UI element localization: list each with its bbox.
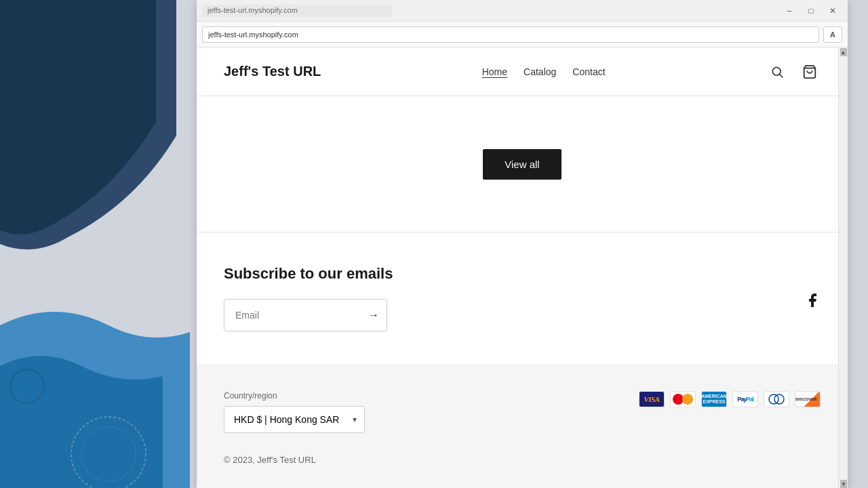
- paypal-icon: PayPal: [732, 391, 758, 407]
- scroll-down-button[interactable]: ▼: [840, 480, 847, 488]
- title-bar-controls: – □ ✕: [780, 4, 842, 18]
- svg-point-0: [10, 369, 44, 403]
- country-select[interactable]: HKD $ | Hong Kong SAR USD $ | United Sta…: [224, 406, 365, 433]
- country-select-wrapper: HKD $ | Hong Kong SAR USD $ | United Sta…: [224, 406, 365, 433]
- discover-icon: DISCOVER: [795, 391, 821, 407]
- site-logo[interactable]: Jeff's Test URL: [224, 64, 321, 79]
- cart-button[interactable]: [799, 61, 821, 83]
- cart-icon: [802, 64, 817, 79]
- site-header: Jeff's Test URL Home Catalog Contact: [197, 47, 848, 96]
- title-bar-url-display: jeffs-test-url.myshopify.com: [202, 5, 392, 17]
- site-actions: [766, 61, 821, 83]
- svg-line-5: [780, 74, 783, 77]
- diners-icon: [764, 391, 789, 407]
- visa-icon: VISA: [639, 391, 665, 407]
- address-input[interactable]: [202, 26, 819, 43]
- svg-point-3: [81, 427, 136, 481]
- country-region-section: Country/region HKD $ | Hong Kong SAR USD…: [224, 391, 365, 433]
- svg-point-1: [15, 374, 39, 399]
- svg-point-8: [774, 394, 784, 404]
- scroll-up-button[interactable]: ▲: [840, 48, 847, 56]
- mastercard-icon: [670, 391, 696, 407]
- title-bar-left: jeffs-test-url.myshopify.com: [202, 5, 392, 17]
- search-icon: [770, 65, 784, 79]
- search-button[interactable]: [766, 61, 788, 83]
- facebook-link[interactable]: [804, 299, 821, 310]
- nav-home[interactable]: Home: [482, 66, 507, 77]
- close-button[interactable]: ✕: [823, 4, 842, 18]
- address-bar: A: [197, 22, 848, 47]
- country-label: Country/region: [224, 391, 365, 401]
- diners-svg: [767, 393, 786, 405]
- site-nav: Home Catalog Contact: [482, 66, 606, 77]
- social-links: [804, 292, 821, 311]
- svg-point-2: [71, 417, 146, 488]
- nav-contact[interactable]: Contact: [572, 66, 605, 77]
- email-input[interactable]: [224, 299, 387, 331]
- nav-catalog[interactable]: Catalog: [524, 66, 556, 77]
- title-bar: jeffs-test-url.myshopify.com – □ ✕: [197, 0, 848, 22]
- email-section: Subscribe to our emails →: [197, 232, 848, 364]
- main-content: View all: [197, 96, 848, 232]
- email-submit-button[interactable]: →: [368, 309, 379, 321]
- scrollbar-track[interactable]: ▲ ▼: [838, 47, 848, 488]
- maximize-button[interactable]: □: [802, 4, 821, 18]
- email-form: →: [224, 299, 387, 331]
- email-section-title: Subscribe to our emails: [224, 265, 821, 283]
- svg-point-7: [769, 394, 778, 404]
- page-content[interactable]: Jeff's Test URL Home Catalog Contact: [197, 47, 848, 488]
- footer-copyright: © 2023, Jeff's Test URL: [224, 455, 821, 465]
- footer-top: Country/region HKD $ | Hong Kong SAR USD…: [224, 391, 821, 433]
- amex-icon: AMERICANEXPRESS: [701, 391, 727, 407]
- view-all-button[interactable]: View all: [483, 149, 561, 180]
- svg-point-4: [772, 67, 781, 75]
- payment-icons: VISA AMERICANEXPRESS: [639, 391, 821, 407]
- browser-window: jeffs-test-url.myshopify.com – □ ✕ A Jef…: [197, 0, 848, 488]
- facebook-icon: [804, 292, 821, 308]
- site-footer: Country/region HKD $ | Hong Kong SAR USD…: [197, 364, 848, 488]
- minimize-button[interactable]: –: [780, 4, 799, 18]
- translate-button[interactable]: A: [823, 26, 842, 43]
